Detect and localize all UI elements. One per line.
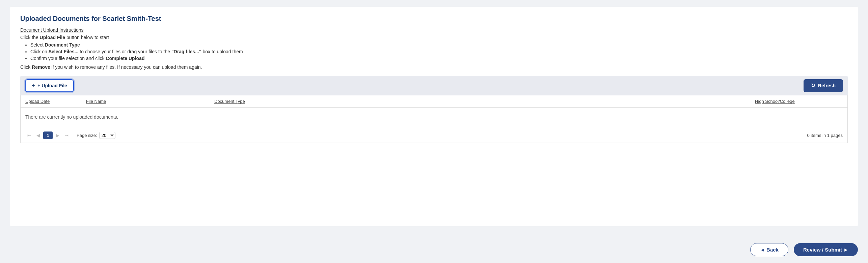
current-page: 1 [43,132,53,139]
next-page-button[interactable]: ▶ [54,132,61,139]
upload-file-button[interactable]: + + Upload File [25,79,74,92]
submit-button[interactable]: Review / Submit ► [794,243,858,256]
plus-icon: + [32,83,35,89]
documents-table: Upload Date File Name Document Type High… [20,95,848,143]
instructions-list: Select Document Type Click on Select Fil… [30,42,848,61]
remove-note: Click Remove if you wish to remove any f… [20,64,848,70]
toolbar: + + Upload File ↻ Refresh [20,76,848,95]
prev-page-button[interactable]: ◀ [34,132,42,139]
col-upload-date[interactable]: Upload Date [25,99,86,104]
refresh-icon: ↻ [811,83,815,89]
instruction-item-1: Select Document Type [30,42,848,48]
back-button[interactable]: ◄ Back [750,243,788,256]
page-title: Uploaded Documents for Scarlet Smith-Tes… [20,15,848,23]
refresh-btn-label: Refresh [818,83,836,88]
instructions-link[interactable]: Document Upload Instructions [20,27,84,33]
instruction-item-2: Click on Select Files... to choose your … [30,49,848,54]
table-body: There are currently no uploaded document… [21,108,847,128]
col-file-name[interactable]: File Name [86,99,214,104]
last-page-button[interactable]: ⇥ [63,132,71,139]
pagination-controls: ⇤ ◀ 1 ▶ ⇥ Page size: 20 50 100 [25,132,115,139]
first-page-button[interactable]: ⇤ [25,132,33,139]
instruction-item-3: Confirm your file selection and click Co… [30,56,848,61]
col-school-college[interactable]: High School/College [755,99,843,104]
refresh-button[interactable]: ↻ Refresh [804,79,843,92]
items-info: 0 items in 1 pages [807,133,843,138]
page-size-select[interactable]: 20 50 100 [99,132,115,139]
instructions-intro: Click the Upload File button below to st… [20,35,848,40]
upload-btn-label: + Upload File [37,83,67,88]
empty-message: There are currently no uploaded document… [25,114,843,120]
footer-buttons: ◄ Back Review / Submit ► [0,236,868,263]
pagination-bar: ⇤ ◀ 1 ▶ ⇥ Page size: 20 50 100 0 items i… [21,128,847,143]
page-size-wrapper: Page size: 20 50 100 [72,132,115,139]
table-header: Upload Date File Name Document Type High… [21,95,847,108]
col-document-type[interactable]: Document Type [214,99,755,104]
page-size-label: Page size: [77,133,97,138]
